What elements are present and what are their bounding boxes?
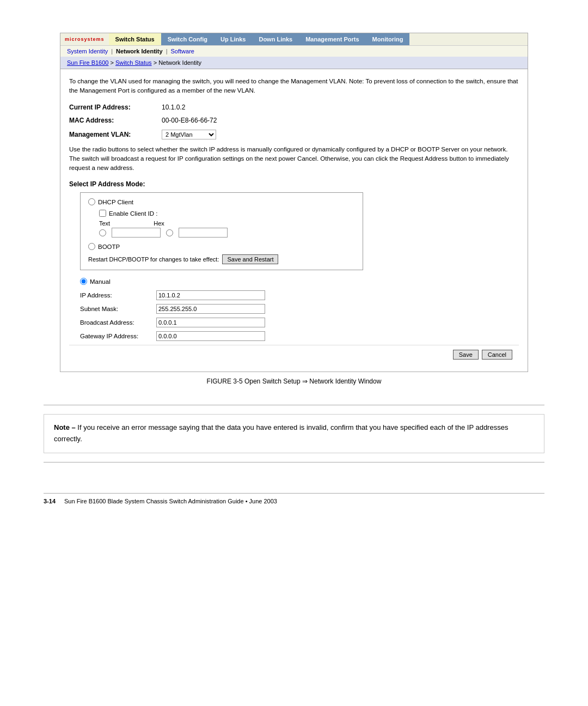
tab-up-links[interactable]: Up Links bbox=[214, 33, 252, 45]
gateway-ip-input[interactable] bbox=[156, 331, 265, 341]
client-id-inputs bbox=[99, 228, 355, 238]
footer-title: Sun Fire B1600 Blade System Chassis Swit… bbox=[64, 498, 277, 504]
mgmt-vlan-select[interactable]: 2 MgtVlan bbox=[162, 130, 216, 139]
screenshot-frame: microsystems Switch Status Switch Config… bbox=[60, 33, 528, 372]
gateway-ip-row: Gateway IP Address: bbox=[80, 331, 519, 341]
ip-mode-box: DHCP Client Enable Client ID : Text Hex bbox=[80, 192, 363, 270]
manual-section: Manual IP Address: Subnet Mask: Broadcas… bbox=[80, 278, 519, 341]
client-id-hex-radio[interactable] bbox=[166, 229, 173, 236]
mac-label: MAC Address: bbox=[69, 117, 162, 124]
broadcast-address-input[interactable] bbox=[156, 318, 265, 327]
save-button[interactable]: Save bbox=[453, 350, 479, 360]
bootp-label: BOOTP bbox=[98, 244, 120, 250]
subnet-mask-label: Subnet Mask: bbox=[80, 306, 156, 312]
broadcast-address-label: Broadcast Address: bbox=[80, 319, 156, 326]
mac-value: 00-00-E8-66-66-72 bbox=[162, 117, 217, 124]
dhcp-label: DHCP Client bbox=[98, 199, 133, 205]
restart-row: Restart DHCP/BOOTP for changes to take e… bbox=[88, 254, 355, 264]
note-label: Note – bbox=[54, 423, 76, 431]
brand-logo: microsystems bbox=[60, 33, 109, 45]
breadcrumb: Sun Fire B1600 > Switch Status > Network… bbox=[60, 57, 528, 69]
page-wrapper: microsystems Switch Status Switch Config… bbox=[44, 33, 544, 504]
breadcrumb-switch-status[interactable]: Switch Status bbox=[115, 59, 152, 66]
note-box: Note – If you receive an error message s… bbox=[44, 414, 544, 453]
client-id-text-radio[interactable] bbox=[99, 229, 106, 236]
nav-top: microsystems Switch Status Switch Config… bbox=[60, 33, 528, 45]
breadcrumb-sunfire[interactable]: Sun Fire B1600 bbox=[67, 59, 108, 66]
divider-2 bbox=[44, 462, 544, 462]
text-label: Text bbox=[99, 220, 110, 227]
enable-client-id-row: Enable Client ID : bbox=[99, 210, 355, 217]
mgmt-vlan-label: Management VLAN: bbox=[69, 131, 162, 138]
enable-client-id-label: Enable Client ID : bbox=[109, 210, 158, 217]
client-id-section: Text Hex bbox=[99, 220, 355, 238]
nav-tabs: Switch Status Switch Config Up Links Dow… bbox=[109, 33, 528, 45]
ip-mode-description: Use the radio buttons to select whether … bbox=[69, 145, 519, 173]
client-id-text-input[interactable] bbox=[112, 228, 161, 238]
ip-mode-section-label: Select IP Address Mode: bbox=[69, 180, 519, 188]
dhcp-radio[interactable] bbox=[88, 198, 95, 205]
nav-sub: System Identity | Network Identity | Sof… bbox=[60, 45, 528, 57]
client-id-hex-input[interactable] bbox=[179, 228, 228, 238]
current-ip-row: Current IP Address: 10.1.0.2 bbox=[69, 104, 519, 111]
hex-label: Hex bbox=[154, 220, 164, 227]
note-body: If you receive an error message saying t… bbox=[54, 423, 508, 443]
main-content: To change the VLAN used for managing the… bbox=[60, 69, 528, 372]
figure-caption: FIGURE 3-5 Open Switch Setup ⇒ Network I… bbox=[44, 378, 544, 385]
subnet-mask-row: Subnet Mask: bbox=[80, 304, 519, 314]
ip-address-input[interactable] bbox=[156, 290, 265, 300]
manual-radio-row: Manual bbox=[80, 278, 519, 285]
current-ip-label: Current IP Address: bbox=[69, 104, 162, 111]
bootp-radio[interactable] bbox=[88, 243, 95, 250]
action-buttons: Save Cancel bbox=[69, 345, 519, 364]
ip-address-label: IP Address: bbox=[80, 292, 156, 299]
tab-down-links[interactable]: Down Links bbox=[252, 33, 299, 45]
ip-address-row: IP Address: bbox=[80, 290, 519, 300]
gateway-ip-label: Gateway IP Address: bbox=[80, 333, 156, 339]
tab-switch-status[interactable]: Switch Status bbox=[109, 33, 161, 45]
manual-label: Manual bbox=[90, 278, 111, 285]
current-ip-value: 10.1.0.2 bbox=[162, 104, 185, 111]
subtab-software[interactable]: Software bbox=[171, 48, 194, 54]
dhcp-radio-row: DHCP Client bbox=[88, 198, 355, 205]
subnet-mask-input[interactable] bbox=[156, 304, 265, 314]
footer-page: 3-14 bbox=[44, 498, 56, 504]
broadcast-address-row: Broadcast Address: bbox=[80, 318, 519, 327]
subtab-network-identity[interactable]: Network Identity bbox=[116, 48, 163, 54]
nav-bar: microsystems Switch Status Switch Config… bbox=[60, 33, 528, 57]
enable-client-id-checkbox[interactable] bbox=[99, 210, 106, 217]
tab-monitoring[interactable]: Monitoring bbox=[366, 33, 410, 45]
mgmt-vlan-row: Management VLAN: 2 MgtVlan bbox=[69, 130, 519, 139]
client-id-labels: Text Hex bbox=[99, 220, 355, 227]
divider-1 bbox=[44, 405, 544, 405]
tab-switch-config[interactable]: Switch Config bbox=[161, 33, 214, 45]
description-text: To change the VLAN used for managing the… bbox=[69, 77, 519, 96]
restart-label: Restart DHCP/BOOTP for changes to take e… bbox=[88, 256, 219, 263]
manual-radio[interactable] bbox=[80, 278, 87, 285]
ip-mode-section: Select IP Address Mode: DHCP Client Enab… bbox=[69, 180, 519, 341]
cancel-button[interactable]: Cancel bbox=[482, 350, 512, 360]
save-restart-button[interactable]: Save and Restart bbox=[222, 254, 278, 264]
breadcrumb-current: Network Identity bbox=[158, 59, 201, 66]
mac-address-row: MAC Address: 00-00-E8-66-66-72 bbox=[69, 117, 519, 124]
footer: 3-14 Sun Fire B1600 Blade System Chassis… bbox=[44, 493, 544, 504]
tab-management-ports[interactable]: Management Ports bbox=[299, 33, 365, 45]
subtab-system-identity[interactable]: System Identity bbox=[67, 48, 108, 54]
bootp-radio-row: BOOTP bbox=[88, 243, 355, 250]
